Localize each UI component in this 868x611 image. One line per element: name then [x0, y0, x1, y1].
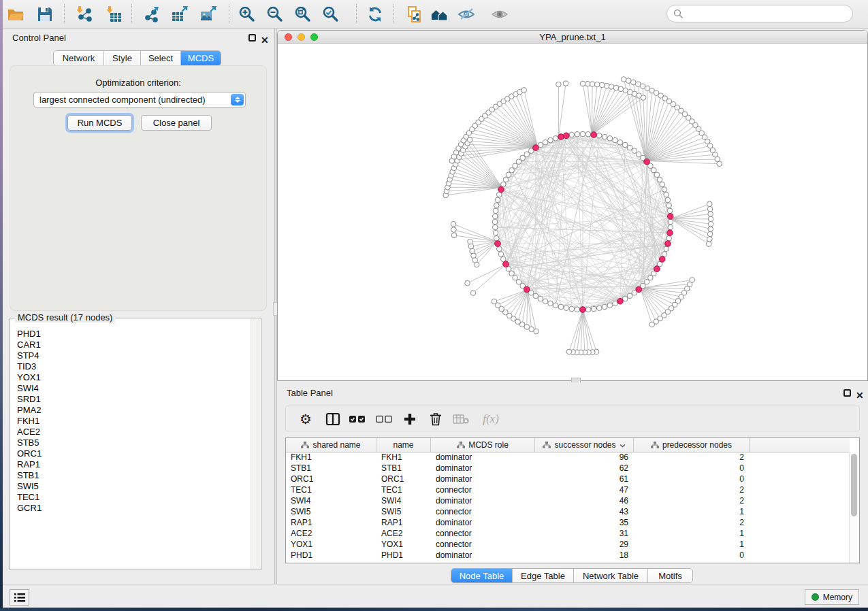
cell-predecessor_nodes[interactable]: 2: [634, 452, 750, 463]
select-all-icon[interactable]: [347, 410, 368, 429]
mcds-result-item[interactable]: PHD1: [17, 329, 251, 340]
refresh-layout-icon[interactable]: [364, 3, 387, 26]
cell-name[interactable]: RAP1: [376, 517, 431, 528]
cell-shared_name[interactable]: FKH1: [286, 452, 376, 463]
table-row[interactable]: STB1STB1dominator620: [286, 463, 850, 474]
table-row[interactable]: SWI4SWI4dominator462: [286, 495, 850, 506]
cell-shared_name[interactable]: SWI4: [286, 495, 376, 506]
mcds-result-item[interactable]: TID3: [17, 361, 251, 372]
scrollbar-thumb[interactable]: [851, 454, 857, 516]
search-input[interactable]: [687, 8, 839, 20]
hide-selected-icon[interactable]: [455, 3, 478, 26]
cell-mcds_role[interactable]: connector: [431, 506, 535, 517]
cell-shared_name[interactable]: ORC1: [286, 474, 376, 484]
table-row[interactable]: FKH1FKH1dominator962: [286, 452, 850, 463]
show-all-icon[interactable]: [488, 3, 511, 26]
delete-icon[interactable]: [425, 410, 446, 429]
cell-name[interactable]: ORC1: [376, 474, 431, 484]
network-canvas[interactable]: [278, 44, 867, 380]
cell-name[interactable]: PHD1: [376, 550, 431, 561]
cell-shared_name[interactable]: ACE2: [286, 528, 376, 539]
mcds-result-item[interactable]: PMA2: [17, 405, 251, 416]
column-header-mcds_role[interactable]: MCDS role: [431, 438, 535, 452]
criterion-select[interactable]: largest connected component (undirected): [33, 92, 246, 108]
cell-shared_name[interactable]: YOX1: [286, 539, 376, 550]
first-neighbors-icon[interactable]: [429, 3, 452, 26]
save-session-icon[interactable]: [33, 3, 57, 26]
cell-shared_name[interactable]: RAP1: [286, 517, 376, 528]
table-panel-close-button[interactable]: ✕: [856, 389, 864, 401]
task-history-button[interactable]: [10, 589, 29, 606]
column-header-shared_name[interactable]: shared name: [286, 438, 376, 452]
column-header-name[interactable]: name: [376, 438, 431, 452]
cell-shared_name[interactable]: TEC1: [286, 484, 376, 495]
cell-mcds_role[interactable]: dominator: [431, 463, 535, 474]
cell-shared_name[interactable]: SWI5: [286, 506, 376, 517]
table-row[interactable]: RAP1RAP1dominator352: [286, 517, 850, 528]
network-window-titlebar[interactable]: YPA_prune.txt_1: [278, 31, 867, 44]
mcds-result-item[interactable]: GCR1: [17, 503, 251, 514]
cell-predecessor_nodes[interactable]: 0: [634, 474, 750, 484]
split-columns-icon[interactable]: [323, 410, 343, 429]
zoom-fit-icon[interactable]: [291, 3, 315, 26]
table-panel-float-button[interactable]: [843, 389, 851, 397]
cell-predecessor_nodes[interactable]: 2: [634, 484, 750, 495]
tab-select[interactable]: Select: [141, 51, 181, 65]
add-row-icon[interactable]: [400, 410, 420, 429]
import-table-icon[interactable]: [102, 3, 125, 26]
cell-predecessor_nodes[interactable]: 2: [634, 517, 750, 528]
cell-successor_nodes[interactable]: 61: [535, 474, 634, 484]
mcds-result-item[interactable]: RAP1: [17, 459, 251, 470]
mcds-result-list[interactable]: PHD1CAR1STP4TID3YOX1SWI4SRD1PMA2FKH1ACE2…: [11, 319, 251, 569]
cell-name[interactable]: TEC1: [376, 484, 431, 495]
tab-mcds[interactable]: MCDS: [181, 51, 221, 65]
deselect-all-icon[interactable]: [374, 410, 394, 429]
cell-successor_nodes[interactable]: 29: [535, 539, 634, 550]
import-network-icon[interactable]: [72, 3, 95, 26]
cell-name[interactable]: FKH1: [376, 452, 431, 463]
cell-successor_nodes[interactable]: 35: [535, 517, 634, 528]
table-row[interactable]: PHD1PHD1dominator180: [286, 550, 850, 561]
mcds-result-item[interactable]: STB1: [17, 470, 251, 481]
cell-mcds_role[interactable]: dominator: [431, 474, 535, 484]
tab-network[interactable]: Network: [54, 51, 104, 65]
tab-network-table[interactable]: Network Table: [574, 569, 648, 582]
mcds-result-item[interactable]: SWI5: [17, 481, 251, 492]
tab-node-table[interactable]: Node Table: [451, 569, 513, 582]
column-header-predecessor_nodes[interactable]: predecessor nodes: [634, 438, 750, 452]
run-mcds-button[interactable]: Run MCDS: [67, 115, 132, 131]
cell-name[interactable]: ACE2: [376, 528, 431, 539]
cell-mcds_role[interactable]: connector: [431, 528, 535, 539]
cell-successor_nodes[interactable]: 46: [535, 495, 634, 506]
cell-predecessor_nodes[interactable]: 1: [634, 506, 750, 517]
zoom-out-icon[interactable]: [263, 3, 287, 26]
control-panel-close-button[interactable]: ✕: [261, 34, 269, 46]
cell-mcds_role[interactable]: connector: [431, 484, 535, 495]
mcds-result-item[interactable]: ORC1: [17, 448, 251, 459]
network-graph[interactable]: [278, 44, 867, 380]
column-header-successor_nodes[interactable]: successor nodes: [535, 438, 634, 452]
tab-motifs[interactable]: Motifs: [648, 569, 692, 582]
clone-network-icon[interactable]: [403, 3, 426, 26]
mcds-result-item[interactable]: CAR1: [17, 340, 251, 350]
cell-predecessor_nodes[interactable]: 0: [634, 463, 750, 474]
cell-successor_nodes[interactable]: 47: [535, 484, 634, 495]
cell-predecessor_nodes[interactable]: 1: [634, 539, 750, 550]
export-image-icon[interactable]: [197, 3, 220, 26]
cell-successor_nodes[interactable]: 43: [535, 506, 634, 517]
settings-gear-icon[interactable]: ⚙: [295, 410, 316, 429]
table-scrollbar[interactable]: [849, 452, 859, 563]
export-table-icon[interactable]: [168, 3, 191, 26]
cell-shared_name[interactable]: STB1: [286, 463, 376, 474]
mcds-result-item[interactable]: SRD1: [17, 394, 251, 405]
export-network-icon[interactable]: [140, 3, 163, 26]
tab-style[interactable]: Style: [104, 51, 141, 65]
cell-name[interactable]: SWI4: [376, 495, 431, 506]
mcds-result-item[interactable]: STP4: [17, 350, 251, 361]
cell-mcds_role[interactable]: dominator: [431, 550, 535, 561]
table-row[interactable]: ACE2ACE2connector311: [286, 528, 850, 539]
mcds-result-item[interactable]: STB5: [17, 437, 251, 448]
cell-predecessor_nodes[interactable]: 0: [634, 550, 750, 561]
cell-successor_nodes[interactable]: 62: [535, 463, 634, 474]
table-row[interactable]: YOX1YOX1connector291: [286, 539, 850, 550]
